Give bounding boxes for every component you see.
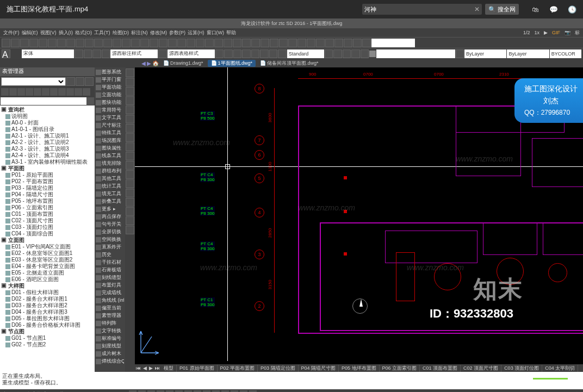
layout-tab[interactable]: C04 太平剖切 <box>542 365 578 372</box>
toolbar-button[interactable] <box>353 39 362 47</box>
panel-tool-button[interactable] <box>75 88 82 96</box>
workspace-combo[interactable] <box>1 77 66 86</box>
linetype-combo[interactable]: ByLayer <box>464 49 506 58</box>
panel-tool-button[interactable] <box>1 88 9 96</box>
panel-tool-button[interactable] <box>34 88 41 96</box>
draw-button[interactable] <box>126 216 134 225</box>
palette-item[interactable]: 场况图库 <box>96 137 124 144</box>
panel-tool-button[interactable] <box>66 88 74 96</box>
toolbar-button[interactable] <box>224 39 232 47</box>
toolbar-button[interactable] <box>113 39 121 47</box>
draw-button[interactable] <box>126 198 134 207</box>
toolbar-button[interactable] <box>122 39 131 47</box>
tree-item[interactable]: E03 - 休息室等区立面图2 <box>1 257 94 263</box>
tool-button[interactable] <box>215 49 224 58</box>
tree-group[interactable]: ▣ 立面图 <box>1 237 94 244</box>
toolbar-button[interactable] <box>150 39 158 47</box>
toolbar-button[interactable] <box>94 39 103 47</box>
layout-tab[interactable]: P05 地坪布置图 <box>339 365 380 372</box>
tool-button[interactable] <box>92 49 101 58</box>
draw-button[interactable] <box>126 96 134 105</box>
layout-tab[interactable]: C01 顶面布置图 <box>420 365 461 372</box>
tool-button[interactable] <box>456 49 464 58</box>
tool-button[interactable] <box>351 49 360 58</box>
draw-button[interactable] <box>126 189 134 197</box>
palette-item[interactable]: 成片树木 <box>96 350 124 357</box>
draw-button[interactable] <box>126 152 134 160</box>
toolbar-button[interactable] <box>159 39 168 47</box>
search-box[interactable]: ✕ <box>362 4 482 15</box>
toolbar-button[interactable] <box>20 39 29 47</box>
record-icon[interactable]: 📷 <box>565 28 570 37</box>
menu-format[interactable]: 格式(O) <box>75 28 92 37</box>
menu-edit[interactable]: 编辑(E) <box>22 28 38 37</box>
tree-item[interactable]: A2-4 - 设计、施工说明4 <box>1 152 94 159</box>
palette-item[interactable]: 文字工具 <box>96 114 124 121</box>
toolbar-button[interactable] <box>66 39 75 47</box>
panel-search[interactable] <box>1 97 86 105</box>
menu-insert[interactable]: 插入(I) <box>59 28 73 37</box>
tree-item[interactable]: P03 - 隔墙定位图 <box>1 185 94 191</box>
toolbar-button[interactable] <box>39 39 47 47</box>
textstyle-button[interactable]: A <box>2 49 10 58</box>
tablestyle-combo[interactable]: 源西表格样式 <box>168 49 215 58</box>
menu-dimension[interactable]: 标注(N) <box>131 28 148 37</box>
palette-item[interactable]: 刻线缝型 <box>96 274 124 281</box>
palette-item[interactable]: 立面功能 <box>96 91 124 98</box>
tool-button[interactable] <box>361 49 369 58</box>
palette-item[interactable]: 图块属性 <box>96 145 124 152</box>
toolbar-button[interactable] <box>205 39 214 47</box>
layout-tab[interactable]: P06 立面索引图 <box>380 365 420 372</box>
menu-calc[interactable]: 运算(H) <box>188 28 204 37</box>
panel-button[interactable] <box>85 77 94 86</box>
toolbar-button[interactable] <box>270 39 278 47</box>
palette-item[interactable]: 历史 <box>96 251 124 258</box>
tool-button[interactable] <box>84 49 92 58</box>
layout-first-icon[interactable]: ⏮ <box>135 365 142 371</box>
layout-last-icon[interactable]: ⏭ <box>154 365 161 371</box>
layout-tab[interactable]: P01 原始平面图 <box>177 365 218 372</box>
tree-item[interactable]: G01 - 节点图1 <box>1 335 94 341</box>
layout-tab[interactable]: P04 隔墙尺寸图 <box>299 365 339 372</box>
draw-button[interactable] <box>126 170 134 179</box>
tree-item[interactable]: E04 - 服务卡吧背景立面图 <box>1 263 94 270</box>
tree-item[interactable]: A2-1 - 设计、施工说明1 <box>1 133 94 139</box>
palette-item[interactable]: 平面功能 <box>96 84 124 91</box>
toolbar-button[interactable] <box>196 39 204 47</box>
toolbar-button[interactable] <box>177 39 186 47</box>
history-icon[interactable]: 🕓 <box>568 5 576 14</box>
tree-item[interactable]: P06 - 立面索引图 <box>1 204 94 211</box>
menu-window[interactable]: 窗口(W) <box>207 28 225 37</box>
toolbar-button[interactable] <box>344 39 352 47</box>
tree-item[interactable]: E02 - 休息室等区立面图1 <box>1 250 94 257</box>
menu-draw[interactable]: 绘图(D) <box>113 28 129 37</box>
toolbar-button[interactable] <box>334 39 343 47</box>
toolbar-button[interactable] <box>288 39 297 47</box>
lineweight-combo[interactable]: ByLayer <box>507 49 549 58</box>
palette-item[interactable]: 偏至当前 <box>96 304 124 312</box>
toolbar-button[interactable] <box>316 39 325 47</box>
tool-button[interactable] <box>233 49 242 58</box>
toolbar-button[interactable] <box>251 39 260 47</box>
tree-item[interactable]: P01 - 原始平面图 <box>1 172 94 178</box>
tree-item[interactable]: C01 - 顶面布置图 <box>1 211 94 217</box>
file-tab[interactable]: 📄1平面图纸.dwg* <box>208 60 256 67</box>
color-combo[interactable]: BYCOLOR <box>550 49 581 58</box>
textstyle-combo[interactable]: Standard <box>287 49 324 58</box>
palette-item[interactable]: 常用符号 <box>96 107 124 114</box>
tree-item[interactable]: A2-3 - 设计、施工说明3 <box>1 146 94 152</box>
tree-item[interactable]: A2-2 - 设计、施工说明2 <box>1 139 94 146</box>
tree-item[interactable]: C04 - 顶面综合图 <box>1 231 94 237</box>
clear-search-icon[interactable]: ✕ <box>474 5 480 13</box>
tree-item[interactable]: D01 - 假柱大样详图 <box>1 289 94 296</box>
file-tab[interactable]: 📄储备间吊顶平面图.dwg* <box>257 60 322 67</box>
tree-item[interactable]: E06 - 酒吧区立面图 <box>1 276 94 283</box>
toolbar-button[interactable] <box>233 39 241 47</box>
palette-item[interactable]: 图块功能 <box>96 99 124 106</box>
palette-item[interactable]: 群组布列 <box>96 167 124 175</box>
toolbar-button[interactable] <box>2 39 10 47</box>
volume-slider[interactable] <box>533 378 568 379</box>
draw-button[interactable] <box>126 115 134 123</box>
palette-item[interactable]: 空间换换 <box>96 236 124 243</box>
toolbar-button[interactable] <box>362 39 371 47</box>
